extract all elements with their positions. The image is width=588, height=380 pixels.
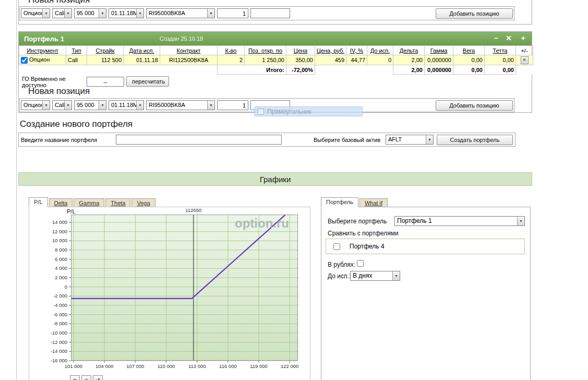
option-ru-portfolio-page: Новая позиция Опцион ▼ Call ▼ 95 000 ▼ 0… bbox=[0, 0, 588, 380]
tab-gamma[interactable]: Gamma bbox=[74, 198, 104, 207]
col-contract[interactable]: Контракт bbox=[160, 46, 218, 55]
chevron-down-icon: ▼ bbox=[42, 9, 50, 18]
charts-banner: Графики bbox=[18, 172, 532, 186]
cell-price: 350,00 bbox=[286, 55, 315, 65]
cell-days-to-exp: 0 bbox=[367, 55, 393, 65]
chart-tabs: P/L Delta Gamma Theta Vega bbox=[29, 197, 157, 207]
contract-select[interactable]: RI95000BK8A ▼ bbox=[146, 8, 215, 18]
tab-delta[interactable]: Delta bbox=[49, 198, 73, 207]
quantity-input[interactable] bbox=[217, 100, 248, 110]
strike-select[interactable]: 95 000 ▼ bbox=[74, 8, 106, 18]
col-price-rub[interactable]: Цена, руб. bbox=[315, 46, 346, 55]
positions-table: Инструмент Тип Страйк Дата исп. Контракт… bbox=[19, 45, 533, 75]
svg-text:-2 000: -2 000 bbox=[53, 293, 67, 299]
tab-what-if[interactable]: What if bbox=[359, 198, 388, 207]
zoom-out-button[interactable]: ⊖ bbox=[81, 375, 91, 380]
portfolio-select[interactable]: Портфель 1 ▼ bbox=[394, 216, 525, 226]
instrument-select[interactable]: Опцион ▼ bbox=[21, 100, 50, 110]
in-rubles-label: В рублях: bbox=[328, 261, 355, 268]
left-frame-line bbox=[16, 0, 17, 380]
recalculate-button[interactable]: пересчитать bbox=[126, 76, 169, 87]
col-quantity[interactable]: К-во bbox=[218, 46, 245, 55]
right-panel-tabs: Портфель What if bbox=[321, 197, 389, 207]
quantity-input[interactable] bbox=[217, 8, 248, 18]
col-iv[interactable]: IV, % bbox=[346, 46, 367, 55]
svg-text:113 000: 113 000 bbox=[188, 363, 206, 369]
svg-text:110 000: 110 000 bbox=[158, 363, 175, 369]
cell-iv: 44,77 bbox=[346, 55, 367, 65]
col-plus-minus: +/- bbox=[516, 46, 533, 55]
cell-price-rub: 459 bbox=[315, 55, 346, 65]
add-position-button[interactable]: Добавить позицию bbox=[436, 100, 513, 111]
cell-vega: 0,00 bbox=[453, 55, 485, 65]
tab-theta[interactable]: Theta bbox=[105, 198, 130, 207]
new-position-heading: Новая позиция bbox=[28, 0, 90, 5]
portfolio-header: Портфель 1 Создан 25.10.18 − ✕ + bbox=[19, 32, 532, 45]
col-gamma[interactable]: Гамма bbox=[425, 46, 453, 55]
svg-text:-6 000: -6 000 bbox=[53, 312, 67, 317]
col-theta[interactable]: Тетта bbox=[485, 46, 516, 55]
instrument-select[interactable]: Опцион ▼ bbox=[21, 8, 50, 18]
svg-text:112650: 112650 bbox=[185, 207, 201, 213]
chevron-down-icon: ▼ bbox=[136, 9, 143, 18]
exp-date-select[interactable]: 01.11.18M ▼ bbox=[109, 100, 144, 110]
svg-text:101 000: 101 000 bbox=[65, 363, 82, 369]
compare-portfolio-checkbox[interactable] bbox=[333, 243, 340, 250]
col-price[interactable]: Цена bbox=[286, 46, 315, 55]
base-asset-select[interactable]: AFLT ▼ bbox=[386, 135, 434, 145]
position-checkbox[interactable] bbox=[21, 57, 28, 64]
chevron-down-icon: ▼ bbox=[207, 9, 214, 18]
create-portfolio-heading: Создание нового портфеля bbox=[20, 119, 133, 129]
go-value-input[interactable] bbox=[87, 77, 124, 87]
portfolio-name-input[interactable] bbox=[116, 135, 282, 145]
col-strike[interactable]: Страйк bbox=[87, 46, 124, 55]
new-position-heading: Новая позиция bbox=[28, 86, 90, 97]
chevron-down-icon: ▼ bbox=[99, 101, 106, 110]
cell-open-price: 1 250,00 bbox=[245, 55, 286, 65]
col-exp-date[interactable]: Дата исп. bbox=[124, 46, 160, 55]
price-input[interactable] bbox=[250, 8, 290, 18]
chevron-down-icon: ▼ bbox=[64, 9, 71, 18]
option-type-select[interactable]: Call ▼ bbox=[52, 100, 72, 110]
zoom-in-button[interactable]: ⊕ bbox=[70, 375, 80, 380]
exp-date-select[interactable]: 01.11.18M ▼ bbox=[109, 8, 144, 18]
svg-text:-10 000: -10 000 bbox=[51, 330, 67, 336]
option-type-select[interactable]: Call ▼ bbox=[52, 8, 72, 18]
pl-chart: 101 000104 000107 000110 000113 000116 0… bbox=[71, 215, 298, 361]
tab-portfolio[interactable]: Портфель bbox=[321, 197, 358, 207]
new-position-row: Опцион ▼ Call ▼ 95 000 ▼ 01.11.18M ▼ RI9… bbox=[19, 6, 514, 20]
col-instrument[interactable]: Инструмент bbox=[19, 46, 66, 55]
contract-select[interactable]: RI95000BK8A ▼ bbox=[146, 100, 215, 110]
add-position-button[interactable]: Добавить позицию bbox=[436, 8, 513, 19]
add-icon[interactable]: + bbox=[521, 34, 525, 42]
col-type[interactable]: Тип bbox=[66, 46, 87, 55]
portfolio-created-label: Создан 25.10.18 bbox=[160, 35, 203, 42]
cell-quantity: 2 bbox=[218, 55, 245, 65]
cell-instrument: Опцион bbox=[19, 55, 66, 65]
col-days-to-exp[interactable]: До исп. bbox=[367, 46, 393, 55]
zoom-reset-button[interactable]: ↺ bbox=[93, 375, 103, 380]
totals-gamma: 0,000000 bbox=[425, 65, 453, 75]
create-portfolio-button[interactable]: Создать портфель bbox=[437, 135, 513, 145]
close-icon[interactable]: ✕ bbox=[506, 34, 512, 42]
portfolio-title: Портфель 1 bbox=[24, 35, 64, 43]
svg-text:10 000: 10 000 bbox=[52, 238, 67, 243]
in-rubles-checkbox[interactable] bbox=[357, 260, 364, 267]
tab-vega[interactable]: Vega bbox=[131, 198, 155, 207]
svg-text:116 000: 116 000 bbox=[219, 363, 237, 369]
collapse-icon[interactable]: − bbox=[494, 34, 498, 42]
cell-gamma: 0,000000 bbox=[425, 55, 453, 65]
col-delta[interactable]: Дельта bbox=[393, 46, 425, 55]
svg-text:12 000: 12 000 bbox=[52, 229, 67, 234]
previous-portfolio-section: Новая позиция Опцион ▼ Call ▼ 95 000 ▼ 0… bbox=[18, 0, 532, 25]
remove-position-button[interactable]: ✕ bbox=[521, 56, 529, 64]
strike-select[interactable]: 95 000 ▼ bbox=[74, 100, 106, 110]
tab-pl[interactable]: P/L bbox=[29, 197, 48, 207]
svg-text:6 000: 6 000 bbox=[55, 256, 67, 262]
svg-text:2 000: 2 000 bbox=[55, 275, 67, 280]
svg-text:-16 000: -16 000 bbox=[51, 358, 67, 363]
col-vega[interactable]: Вега bbox=[453, 46, 485, 55]
totals-theta: 0,00 bbox=[485, 65, 516, 75]
col-open-price[interactable]: Поз. откр. по bbox=[245, 46, 286, 55]
days-to-exp-select[interactable]: В днях ▼ bbox=[350, 271, 400, 281]
